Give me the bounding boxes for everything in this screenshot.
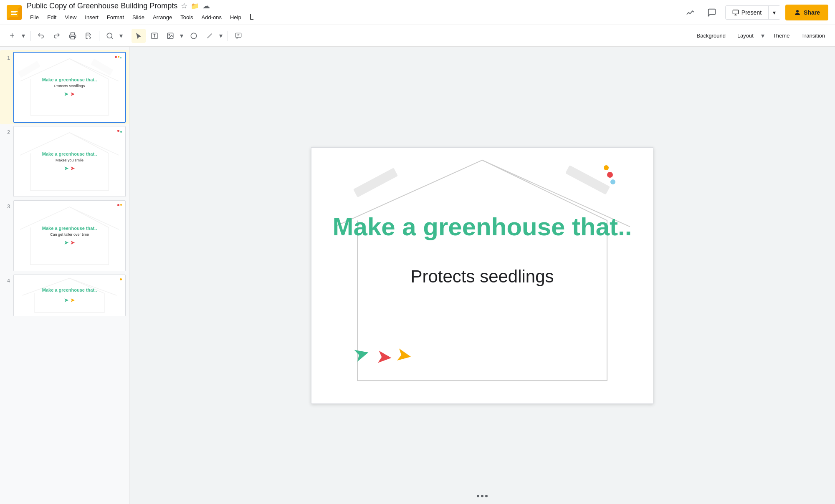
- slide-item-2[interactable]: 2 Make a greenhouse that.. Makes you smi…: [0, 124, 129, 199]
- line-button[interactable]: [202, 29, 217, 43]
- image-dropdown-button[interactable]: ▾: [178, 29, 185, 43]
- svg-point-14: [191, 33, 197, 39]
- share-button[interactable]: Share: [785, 5, 828, 20]
- folder-icon[interactable]: 📁: [191, 2, 199, 10]
- menu-slide[interactable]: Slide: [129, 13, 148, 22]
- line-group: ▾: [202, 29, 224, 43]
- slide-number-4: 4: [3, 275, 10, 284]
- document-title[interactable]: Public Copy of Greenhouse Building Promp…: [27, 2, 177, 10]
- add-dropdown-button[interactable]: ▾: [20, 29, 27, 43]
- slide-panel: 1 Make a greenhouse that.. Protects seed…: [0, 47, 129, 504]
- slide-main-subtitle: Protects seedlings: [311, 267, 653, 287]
- theme-button[interactable]: Theme: [768, 30, 795, 41]
- menu-extra[interactable]: L: [246, 11, 257, 23]
- menu-addons[interactable]: Add-ons: [198, 13, 225, 22]
- menu-edit[interactable]: Edit: [44, 13, 60, 22]
- svg-rect-19: [18, 61, 40, 78]
- menu-bar: File Edit View Insert Format Slide Arran…: [27, 11, 677, 23]
- svg-rect-1: [11, 11, 18, 12]
- slide-number-1: 1: [3, 52, 10, 61]
- header-actions: Present ▾ Share: [682, 4, 828, 21]
- thumb-decorations-1: [115, 56, 121, 58]
- star-icon[interactable]: ☆: [181, 1, 187, 10]
- slide-main-title: Make a greenhouse that..: [311, 212, 653, 241]
- thumb-decorations-3: [117, 204, 122, 206]
- slide-canvas[interactable]: Make a greenhouse that.. Protects seedli…: [311, 147, 653, 404]
- svg-rect-3: [11, 14, 17, 15]
- slide-arrows: ➤ ➤ ➤: [353, 339, 412, 368]
- svg-line-15: [207, 33, 212, 38]
- menu-view[interactable]: View: [61, 13, 80, 22]
- present-button[interactable]: Present: [725, 5, 769, 20]
- cloud-icon[interactable]: ☁: [202, 1, 210, 10]
- canvas-area: Make a greenhouse that.. Protects seedli…: [129, 47, 835, 504]
- arrow-orange-1: ➤: [394, 343, 414, 368]
- menu-format[interactable]: Format: [104, 13, 127, 22]
- comments-button[interactable]: [703, 4, 720, 21]
- separator-4: [228, 31, 228, 41]
- menu-arrange[interactable]: Arrange: [149, 13, 175, 22]
- menu-insert[interactable]: Insert: [81, 13, 102, 22]
- add-button[interactable]: +: [5, 29, 19, 43]
- arrow-red-1: ➤: [375, 345, 394, 368]
- present-dropdown-button[interactable]: ▾: [769, 5, 780, 20]
- top-bar: Public Copy of Greenhouse Building Promp…: [0, 0, 835, 25]
- svg-rect-16: [235, 33, 241, 38]
- background-button[interactable]: Background: [691, 30, 730, 41]
- analytics-button[interactable]: [682, 4, 698, 21]
- svg-point-7: [796, 10, 799, 13]
- image-group: ▾: [163, 29, 185, 43]
- menu-help[interactable]: Help: [227, 13, 245, 22]
- layout-button[interactable]: Layout: [732, 30, 759, 41]
- share-label: Share: [804, 9, 820, 16]
- svg-rect-21: [353, 168, 398, 197]
- svg-rect-2: [11, 13, 16, 13]
- menu-tools[interactable]: Tools: [177, 13, 196, 22]
- undo-button[interactable]: [34, 29, 48, 43]
- svg-point-9: [107, 33, 112, 38]
- line-dropdown-button[interactable]: ▾: [218, 29, 224, 43]
- slide-indicator: [477, 495, 488, 497]
- toolbar: + ▾: [0, 25, 835, 47]
- title-icons: ☆ 📁 ☁: [181, 1, 210, 10]
- thumb-decorations-4: [120, 278, 122, 280]
- slide-thumbnail-1[interactable]: Make a greenhouse that.. Protects seedli…: [13, 52, 126, 123]
- thumb-decorations-2: [117, 130, 122, 133]
- redo-button[interactable]: [50, 29, 64, 43]
- present-label: Present: [741, 9, 762, 16]
- arrow-teal-1: ➤: [351, 340, 372, 366]
- image-button[interactable]: [163, 29, 177, 43]
- shapes-button[interactable]: [187, 29, 201, 43]
- comment-button[interactable]: [231, 29, 245, 43]
- separator-1: [30, 31, 30, 41]
- slide-thumbnail-3[interactable]: Make a greenhouse that.. Can get taller …: [13, 200, 126, 271]
- toolbar-add-group: + ▾: [5, 29, 27, 43]
- zoom-button[interactable]: [103, 29, 117, 43]
- app-logo: [7, 5, 22, 20]
- separator-2: [99, 31, 99, 41]
- main-layout: 1 Make a greenhouse that.. Protects seed…: [0, 47, 835, 504]
- svg-rect-20: [91, 59, 113, 76]
- slide-thumbnail-2[interactable]: Make a greenhouse that.. Makes you smile…: [13, 126, 126, 197]
- layout-dropdown-button[interactable]: ▾: [759, 29, 766, 43]
- zoom-dropdown-button[interactable]: ▾: [118, 29, 124, 43]
- svg-rect-4: [733, 10, 738, 14]
- text-button[interactable]: [147, 29, 162, 43]
- svg-rect-8: [71, 36, 75, 39]
- slide-item-3[interactable]: 3 Make a greenhouse that.. Can get talle…: [0, 199, 129, 273]
- present-button-group: Present ▾: [725, 5, 780, 20]
- deco-dots: [604, 165, 615, 184]
- slide-item-1[interactable]: 1 Make a greenhouse that.. Protects seed…: [0, 50, 129, 124]
- slide-thumbnail-4[interactable]: Make a greenhouse that.. ➤ ➤: [13, 275, 126, 316]
- transition-button[interactable]: Transition: [796, 30, 830, 41]
- toolbar-right-buttons: Background Layout ▾ Theme Transition: [691, 29, 830, 43]
- separator-3: [128, 31, 128, 41]
- print-button[interactable]: [66, 29, 80, 43]
- select-button[interactable]: [132, 29, 146, 43]
- menu-file[interactable]: File: [27, 13, 42, 22]
- slide-item-4[interactable]: 4 Make a greenhouse that.. ➤ ➤: [0, 273, 129, 318]
- paint-format-button[interactable]: [81, 29, 96, 43]
- slide-number-3: 3: [3, 200, 10, 209]
- title-section: Public Copy of Greenhouse Building Promp…: [27, 1, 677, 23]
- slide-number-2: 2: [3, 126, 10, 135]
